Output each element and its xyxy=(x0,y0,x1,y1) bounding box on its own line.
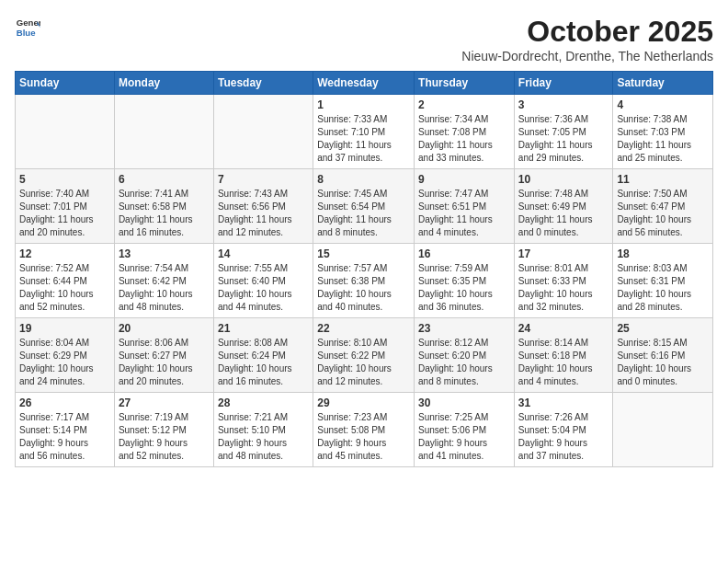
calendar-cell: 2Sunrise: 7:34 AM Sunset: 7:08 PM Daylig… xyxy=(415,95,515,169)
day-number: 19 xyxy=(19,322,110,335)
day-info: Sunrise: 8:06 AM Sunset: 6:27 PM Dayligh… xyxy=(119,337,210,388)
day-info: Sunrise: 8:04 AM Sunset: 6:29 PM Dayligh… xyxy=(19,337,110,388)
day-number: 4 xyxy=(617,98,709,111)
calendar-cell: 8Sunrise: 7:45 AM Sunset: 6:54 PM Daylig… xyxy=(313,169,415,244)
day-info: Sunrise: 8:10 AM Sunset: 6:22 PM Dayligh… xyxy=(317,337,410,388)
day-info: Sunrise: 7:40 AM Sunset: 7:01 PM Dayligh… xyxy=(19,188,110,239)
day-number: 26 xyxy=(19,396,110,409)
day-info: Sunrise: 7:41 AM Sunset: 6:58 PM Dayligh… xyxy=(119,188,210,239)
day-number: 7 xyxy=(218,173,309,186)
day-info: Sunrise: 7:17 AM Sunset: 5:14 PM Dayligh… xyxy=(19,411,110,463)
day-number: 15 xyxy=(317,247,410,260)
month-title: October 2025 xyxy=(461,15,713,49)
calendar-cell: 10Sunrise: 7:48 AM Sunset: 6:49 PM Dayli… xyxy=(514,169,613,244)
day-number: 14 xyxy=(218,247,309,260)
weekday-header-friday: Friday xyxy=(514,72,613,95)
weekday-header-row: SundayMondayTuesdayWednesdayThursdayFrid… xyxy=(16,72,713,95)
calendar-cell: 15Sunrise: 7:57 AM Sunset: 6:38 PM Dayli… xyxy=(313,244,415,318)
calendar-cell: 17Sunrise: 8:01 AM Sunset: 6:33 PM Dayli… xyxy=(514,244,613,318)
calendar-week-row: 26Sunrise: 7:17 AM Sunset: 5:14 PM Dayli… xyxy=(16,393,713,467)
calendar-cell: 14Sunrise: 7:55 AM Sunset: 6:40 PM Dayli… xyxy=(213,244,313,318)
calendar-table: SundayMondayTuesdayWednesdayThursdayFrid… xyxy=(15,71,713,467)
day-info: Sunrise: 7:45 AM Sunset: 6:54 PM Dayligh… xyxy=(317,188,410,239)
day-number: 3 xyxy=(518,98,609,111)
calendar-cell: 11Sunrise: 7:50 AM Sunset: 6:47 PM Dayli… xyxy=(613,169,713,244)
calendar-cell: 1Sunrise: 7:33 AM Sunset: 7:10 PM Daylig… xyxy=(313,95,415,169)
calendar-cell: 31Sunrise: 7:26 AM Sunset: 5:04 PM Dayli… xyxy=(514,393,613,467)
day-number: 5 xyxy=(19,173,110,186)
title-block: October 2025 Nieuw-Dordrecht, Drenthe, T… xyxy=(461,15,713,63)
svg-text:Blue: Blue xyxy=(17,28,36,38)
day-number: 17 xyxy=(518,247,609,260)
calendar-cell: 20Sunrise: 8:06 AM Sunset: 6:27 PM Dayli… xyxy=(114,318,213,393)
calendar-cell: 9Sunrise: 7:47 AM Sunset: 6:51 PM Daylig… xyxy=(415,169,515,244)
day-info: Sunrise: 7:54 AM Sunset: 6:42 PM Dayligh… xyxy=(119,262,210,314)
day-info: Sunrise: 7:55 AM Sunset: 6:40 PM Dayligh… xyxy=(218,262,309,314)
calendar-cell xyxy=(114,95,213,169)
calendar-cell: 4Sunrise: 7:38 AM Sunset: 7:03 PM Daylig… xyxy=(613,95,713,169)
day-number: 12 xyxy=(19,247,110,260)
calendar-cell: 16Sunrise: 7:59 AM Sunset: 6:35 PM Dayli… xyxy=(415,244,515,318)
weekday-header-thursday: Thursday xyxy=(415,72,515,95)
day-number: 16 xyxy=(418,247,510,260)
day-number: 20 xyxy=(119,322,210,335)
weekday-header-saturday: Saturday xyxy=(613,72,713,95)
weekday-header-wednesday: Wednesday xyxy=(313,72,415,95)
day-number: 8 xyxy=(317,173,410,186)
calendar-cell: 21Sunrise: 8:08 AM Sunset: 6:24 PM Dayli… xyxy=(213,318,313,393)
day-number: 24 xyxy=(518,322,609,335)
day-number: 9 xyxy=(418,173,510,186)
calendar-cell: 3Sunrise: 7:36 AM Sunset: 7:05 PM Daylig… xyxy=(514,95,613,169)
day-number: 6 xyxy=(119,173,210,186)
day-number: 30 xyxy=(418,396,510,409)
day-number: 1 xyxy=(317,98,410,111)
day-info: Sunrise: 7:21 AM Sunset: 5:10 PM Dayligh… xyxy=(218,411,309,463)
calendar-week-row: 19Sunrise: 8:04 AM Sunset: 6:29 PM Dayli… xyxy=(16,318,713,393)
day-info: Sunrise: 7:57 AM Sunset: 6:38 PM Dayligh… xyxy=(317,262,410,314)
day-info: Sunrise: 7:36 AM Sunset: 7:05 PM Dayligh… xyxy=(518,113,609,165)
day-number: 31 xyxy=(518,396,609,409)
day-number: 10 xyxy=(518,173,609,186)
day-number: 11 xyxy=(617,173,709,186)
day-number: 2 xyxy=(418,98,510,111)
calendar-cell xyxy=(613,393,713,467)
day-info: Sunrise: 7:48 AM Sunset: 6:49 PM Dayligh… xyxy=(518,188,609,239)
calendar-cell: 28Sunrise: 7:21 AM Sunset: 5:10 PM Dayli… xyxy=(213,393,313,467)
day-number: 21 xyxy=(218,322,309,335)
day-number: 22 xyxy=(317,322,410,335)
day-info: Sunrise: 7:33 AM Sunset: 7:10 PM Dayligh… xyxy=(317,113,410,165)
page-header: General Blue October 2025 Nieuw-Dordrech… xyxy=(15,15,713,63)
svg-text:General: General xyxy=(17,17,40,28)
day-info: Sunrise: 7:38 AM Sunset: 7:03 PM Dayligh… xyxy=(617,113,709,165)
calendar-cell: 25Sunrise: 8:15 AM Sunset: 6:16 PM Dayli… xyxy=(613,318,713,393)
day-number: 25 xyxy=(617,322,709,335)
day-info: Sunrise: 7:50 AM Sunset: 6:47 PM Dayligh… xyxy=(617,188,709,239)
calendar-cell: 27Sunrise: 7:19 AM Sunset: 5:12 PM Dayli… xyxy=(114,393,213,467)
weekday-header-monday: Monday xyxy=(114,72,213,95)
calendar-cell: 5Sunrise: 7:40 AM Sunset: 7:01 PM Daylig… xyxy=(16,169,115,244)
calendar-cell xyxy=(213,95,313,169)
calendar-week-row: 1Sunrise: 7:33 AM Sunset: 7:10 PM Daylig… xyxy=(16,95,713,169)
day-number: 28 xyxy=(218,396,309,409)
calendar-week-row: 12Sunrise: 7:52 AM Sunset: 6:44 PM Dayli… xyxy=(16,244,713,318)
day-info: Sunrise: 7:19 AM Sunset: 5:12 PM Dayligh… xyxy=(119,411,210,463)
day-info: Sunrise: 8:15 AM Sunset: 6:16 PM Dayligh… xyxy=(617,337,709,388)
day-info: Sunrise: 8:08 AM Sunset: 6:24 PM Dayligh… xyxy=(218,337,309,388)
day-info: Sunrise: 8:14 AM Sunset: 6:18 PM Dayligh… xyxy=(518,337,609,388)
calendar-cell: 26Sunrise: 7:17 AM Sunset: 5:14 PM Dayli… xyxy=(16,393,115,467)
calendar-cell: 29Sunrise: 7:23 AM Sunset: 5:08 PM Dayli… xyxy=(313,393,415,467)
calendar-cell: 22Sunrise: 8:10 AM Sunset: 6:22 PM Dayli… xyxy=(313,318,415,393)
calendar-cell: 18Sunrise: 8:03 AM Sunset: 6:31 PM Dayli… xyxy=(613,244,713,318)
calendar-cell: 7Sunrise: 7:43 AM Sunset: 6:56 PM Daylig… xyxy=(213,169,313,244)
day-info: Sunrise: 8:03 AM Sunset: 6:31 PM Dayligh… xyxy=(617,262,709,314)
calendar-cell: 13Sunrise: 7:54 AM Sunset: 6:42 PM Dayli… xyxy=(114,244,213,318)
day-info: Sunrise: 8:12 AM Sunset: 6:20 PM Dayligh… xyxy=(418,337,510,388)
day-info: Sunrise: 7:43 AM Sunset: 6:56 PM Dayligh… xyxy=(218,188,309,239)
calendar-cell: 6Sunrise: 7:41 AM Sunset: 6:58 PM Daylig… xyxy=(114,169,213,244)
day-info: Sunrise: 8:01 AM Sunset: 6:33 PM Dayligh… xyxy=(518,262,609,314)
weekday-header-sunday: Sunday xyxy=(16,72,115,95)
day-info: Sunrise: 7:59 AM Sunset: 6:35 PM Dayligh… xyxy=(418,262,510,314)
calendar-cell xyxy=(16,95,115,169)
day-info: Sunrise: 7:26 AM Sunset: 5:04 PM Dayligh… xyxy=(518,411,609,463)
day-number: 23 xyxy=(418,322,510,335)
